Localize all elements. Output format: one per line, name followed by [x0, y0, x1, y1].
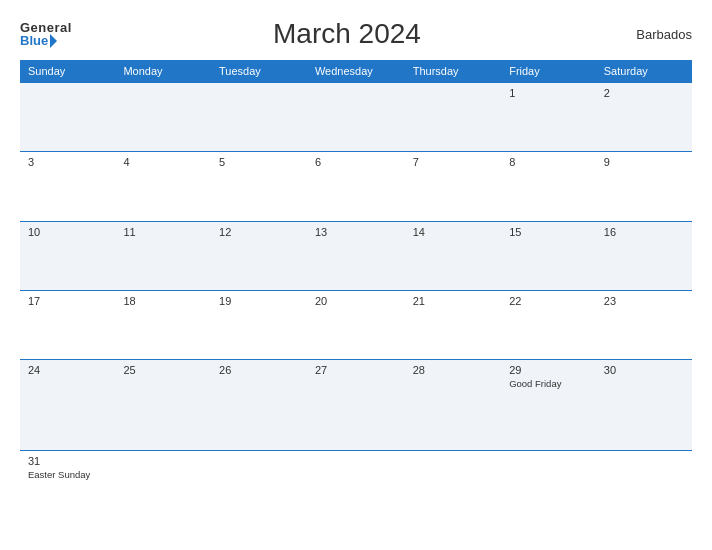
day-number: 23 — [604, 295, 684, 307]
calendar-cell: 28 — [405, 360, 501, 451]
weekday-header-row: Sunday Monday Tuesday Wednesday Thursday… — [20, 60, 692, 83]
day-number: 12 — [219, 226, 299, 238]
calendar-week-row: 17181920212223 — [20, 290, 692, 359]
day-number: 1 — [509, 87, 588, 99]
day-number: 4 — [123, 156, 203, 168]
calendar-cell — [115, 83, 211, 152]
day-event: Easter Sunday — [28, 469, 107, 480]
calendar-cell: 29Good Friday — [501, 360, 596, 451]
calendar-cell: 26 — [211, 360, 307, 451]
calendar-week-row: 242526272829Good Friday30 — [20, 360, 692, 451]
calendar-cell: 13 — [307, 221, 405, 290]
calendar-cell: 16 — [596, 221, 692, 290]
calendar-cell: 12 — [211, 221, 307, 290]
calendar-cell — [405, 83, 501, 152]
day-number: 22 — [509, 295, 588, 307]
col-thursday: Thursday — [405, 60, 501, 83]
calendar-cell — [501, 450, 596, 540]
calendar-cell: 7 — [405, 152, 501, 221]
day-event: Good Friday — [509, 378, 588, 389]
calendar-cell — [20, 83, 115, 152]
col-friday: Friday — [501, 60, 596, 83]
day-number: 27 — [315, 364, 397, 376]
calendar-cell: 11 — [115, 221, 211, 290]
calendar-cell — [405, 450, 501, 540]
day-number: 19 — [219, 295, 299, 307]
calendar-cell: 10 — [20, 221, 115, 290]
calendar-week-row: 12 — [20, 83, 692, 152]
calendar-cell: 18 — [115, 290, 211, 359]
calendar-cell: 4 — [115, 152, 211, 221]
calendar-cell — [211, 83, 307, 152]
day-number: 24 — [28, 364, 107, 376]
col-tuesday: Tuesday — [211, 60, 307, 83]
day-number: 8 — [509, 156, 588, 168]
col-wednesday: Wednesday — [307, 60, 405, 83]
calendar-cell: 19 — [211, 290, 307, 359]
calendar-week-row: 10111213141516 — [20, 221, 692, 290]
calendar-week-row: 3456789 — [20, 152, 692, 221]
day-number: 17 — [28, 295, 107, 307]
calendar-cell: 15 — [501, 221, 596, 290]
day-number: 13 — [315, 226, 397, 238]
calendar-table: Sunday Monday Tuesday Wednesday Thursday… — [20, 60, 692, 540]
day-number: 30 — [604, 364, 684, 376]
day-number: 29 — [509, 364, 588, 376]
day-number: 20 — [315, 295, 397, 307]
col-sunday: Sunday — [20, 60, 115, 83]
day-number: 2 — [604, 87, 684, 99]
calendar-cell: 17 — [20, 290, 115, 359]
logo: General Blue — [20, 21, 72, 48]
calendar-title: March 2024 — [72, 18, 622, 50]
calendar-cell: 2 — [596, 83, 692, 152]
calendar-cell — [307, 450, 405, 540]
day-number: 25 — [123, 364, 203, 376]
calendar-cell: 1 — [501, 83, 596, 152]
calendar-cell: 14 — [405, 221, 501, 290]
header: General Blue March 2024 Barbados — [20, 18, 692, 50]
calendar-cell — [211, 450, 307, 540]
logo-general-text: General — [20, 21, 72, 34]
day-number: 6 — [315, 156, 397, 168]
calendar-cell: 31Easter Sunday — [20, 450, 115, 540]
calendar-cell — [307, 83, 405, 152]
calendar-cell: 8 — [501, 152, 596, 221]
day-number: 15 — [509, 226, 588, 238]
calendar-week-row: 31Easter Sunday — [20, 450, 692, 540]
calendar-cell: 24 — [20, 360, 115, 451]
calendar-cell: 9 — [596, 152, 692, 221]
day-number: 21 — [413, 295, 493, 307]
day-number: 16 — [604, 226, 684, 238]
calendar-cell: 20 — [307, 290, 405, 359]
day-number: 11 — [123, 226, 203, 238]
col-saturday: Saturday — [596, 60, 692, 83]
day-number: 18 — [123, 295, 203, 307]
day-number: 9 — [604, 156, 684, 168]
logo-blue-text: Blue — [20, 34, 57, 48]
calendar-cell: 6 — [307, 152, 405, 221]
col-monday: Monday — [115, 60, 211, 83]
calendar-cell — [115, 450, 211, 540]
calendar-cell: 5 — [211, 152, 307, 221]
day-number: 3 — [28, 156, 107, 168]
calendar-cell: 30 — [596, 360, 692, 451]
day-number: 26 — [219, 364, 299, 376]
day-number: 7 — [413, 156, 493, 168]
calendar-cell: 3 — [20, 152, 115, 221]
country-label: Barbados — [622, 27, 692, 42]
day-number: 14 — [413, 226, 493, 238]
calendar-cell: 21 — [405, 290, 501, 359]
day-number: 10 — [28, 226, 107, 238]
calendar-cell — [596, 450, 692, 540]
day-number: 28 — [413, 364, 493, 376]
calendar-page: General Blue March 2024 Barbados Sunday … — [0, 0, 712, 550]
calendar-cell: 23 — [596, 290, 692, 359]
day-number: 31 — [28, 455, 107, 467]
calendar-cell: 25 — [115, 360, 211, 451]
day-number: 5 — [219, 156, 299, 168]
logo-triangle-icon — [50, 34, 57, 48]
calendar-cell: 22 — [501, 290, 596, 359]
calendar-cell: 27 — [307, 360, 405, 451]
